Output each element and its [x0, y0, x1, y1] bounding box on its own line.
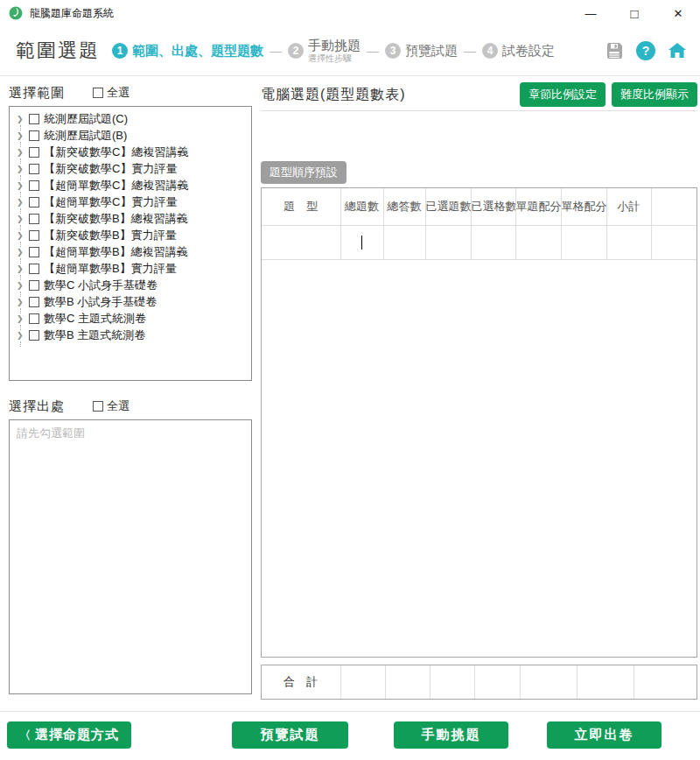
tree-item[interactable]: ❯數學B 小試身手基礎卷	[10, 293, 251, 310]
tree-checkbox[interactable]	[29, 147, 39, 158]
tree-checkbox[interactable]	[29, 313, 39, 324]
chevron-right-icon[interactable]: ❯	[17, 215, 29, 223]
tree-item[interactable]: ❯統測歷屆試題(C)	[10, 110, 251, 127]
stepper: 1 範圍、出處、題型題數 — 2 手動挑題 選擇性步驟 — 3 預覽試題 — 4…	[112, 39, 555, 63]
total-cell	[474, 665, 520, 699]
minimize-button[interactable]: —	[569, 0, 612, 26]
cell-points-per-question[interactable]	[515, 225, 561, 259]
chevron-right-icon[interactable]: ❯	[17, 264, 29, 273]
chevron-right-icon[interactable]: ❯	[17, 198, 29, 207]
close-button[interactable]: ✕	[656, 0, 700, 26]
source-select-all-checkbox[interactable]	[93, 401, 103, 412]
source-select-all[interactable]: 全選	[93, 398, 130, 414]
chevron-right-icon[interactable]: ❯	[17, 148, 29, 157]
cell-selected-questions[interactable]	[425, 225, 471, 259]
preview-questions-button[interactable]: 預覽試題	[232, 721, 348, 749]
chevron-right-icon[interactable]: ❯	[17, 115, 29, 123]
step-dash: —	[367, 44, 379, 58]
col-extra	[651, 188, 696, 225]
chevron-right-icon[interactable]: ❯	[17, 181, 29, 190]
source-panel-header: 選擇出處 全選	[9, 395, 252, 418]
chevron-left-icon: 〈	[19, 728, 32, 743]
tree-checkbox[interactable]	[29, 180, 39, 191]
tree-item[interactable]: ❯數學C 小試身手基礎卷	[10, 277, 251, 293]
step-4-paper-settings[interactable]: 4 試卷設定	[482, 43, 555, 60]
col-total-answers: 總答數	[383, 188, 425, 225]
chevron-right-icon[interactable]: ❯	[17, 248, 29, 257]
cell-question-type[interactable]	[262, 225, 340, 259]
tree-checkbox[interactable]	[29, 214, 39, 224]
step-1-range[interactable]: 1 範圍、出處、題型題數	[112, 43, 263, 60]
cell-total-questions[interactable]	[340, 225, 383, 259]
save-icon[interactable]	[604, 40, 625, 61]
step-2-sublabel: 選擇性步驟	[308, 53, 360, 63]
tree-checkbox[interactable]	[29, 130, 39, 141]
range-select-all[interactable]: 全選	[93, 85, 130, 101]
chevron-right-icon[interactable]: ❯	[17, 331, 29, 340]
source-select-all-label: 全選	[107, 398, 130, 414]
question-type-order-badge[interactable]: 題型順序預設	[261, 161, 346, 184]
home-icon[interactable]	[667, 40, 688, 61]
tree-item[interactable]: ❯【新突破數學B】實力評量	[10, 227, 251, 243]
tree-item[interactable]: ❯【新突破數學B】總複習講義	[10, 210, 251, 227]
step-dash: —	[464, 44, 476, 58]
difficulty-ratio-button[interactable]: 難度比例顯示	[612, 82, 697, 107]
cell-selected-blanks[interactable]	[471, 225, 515, 259]
chevron-right-icon[interactable]: ❯	[17, 131, 29, 140]
chevron-right-icon[interactable]: ❯	[17, 281, 29, 290]
tree-checkbox[interactable]	[29, 230, 39, 241]
manual-pick-button[interactable]: 手動挑題	[394, 721, 508, 749]
total-row: 合 計	[262, 665, 696, 699]
tree-checkbox[interactable]	[29, 114, 39, 124]
step-2-manual-pick[interactable]: 2 手動挑題 選擇性步驟	[288, 39, 360, 63]
tree-checkbox[interactable]	[29, 330, 39, 341]
page-title: 範圍選題	[16, 38, 100, 64]
tree-checkbox[interactable]	[29, 264, 39, 274]
tree-item[interactable]: ❯數學C 主題式統測卷	[10, 310, 251, 327]
chevron-right-icon[interactable]: ❯	[17, 314, 29, 323]
col-selected-blanks: 已選格數	[471, 188, 515, 225]
table-header-row: 題 型 總題數 總答數 已選題數 已選格數 單題配分 單格配分 小計	[262, 188, 696, 225]
cell-extra	[651, 225, 696, 259]
back-to-method-button[interactable]: 〈 選擇命題方式	[7, 721, 131, 749]
source-list-box[interactable]: 請先勾選範圍	[9, 419, 252, 694]
total-cell	[430, 665, 474, 699]
generate-paper-button[interactable]: 立即出卷	[547, 721, 662, 749]
step-3-preview[interactable]: 3 預覽試題	[385, 43, 458, 60]
col-points-per-blank: 單格配分	[561, 188, 606, 225]
range-select-all-checkbox[interactable]	[93, 88, 103, 98]
tree-item[interactable]: ❯【新突破數學C】實力評量	[10, 160, 251, 177]
tree-item[interactable]: ❯【超簡單數學B】總複習講義	[10, 243, 251, 260]
divider	[261, 110, 697, 111]
cell-points-per-blank[interactable]	[561, 225, 606, 259]
step-4-label: 試卷設定	[502, 43, 555, 60]
col-question-type: 題 型	[262, 188, 340, 225]
cell-subtotal[interactable]	[606, 225, 651, 259]
tree-checkbox[interactable]	[29, 280, 39, 291]
chevron-right-icon[interactable]: ❯	[17, 165, 29, 173]
tree-checkbox[interactable]	[29, 297, 39, 307]
tree-item[interactable]: ❯【超簡單數學C】總複習講義	[10, 177, 251, 194]
window-controls: — □ ✕	[569, 0, 700, 26]
cell-total-answers[interactable]	[383, 225, 425, 259]
chapter-ratio-button[interactable]: 章節比例設定	[520, 82, 606, 107]
chevron-right-icon[interactable]: ❯	[17, 298, 29, 306]
left-column: 選擇範圍 全選 ❯統測歷屆試題(C) ❯統測歷屆試題(B) ❯【新突破數學C】總…	[9, 81, 252, 711]
tree-item[interactable]: ❯【超簡單數學B】實力評量	[10, 260, 251, 277]
tree-checkbox[interactable]	[29, 164, 39, 174]
chevron-right-icon[interactable]: ❯	[17, 231, 29, 240]
bottom-bar: 〈 選擇命題方式 預覽試題 手動挑題 立即出卷	[0, 711, 700, 760]
tree-item[interactable]: ❯【新突破數學C】總複習講義	[10, 144, 251, 160]
header-icons: ?	[604, 40, 688, 61]
tree-checkbox[interactable]	[29, 197, 39, 208]
total-cell	[385, 665, 430, 699]
tree-item[interactable]: ❯統測歷屆試題(B)	[10, 127, 251, 144]
total-cell	[520, 665, 577, 699]
tree-item[interactable]: ❯數學B 主題式統測卷	[10, 327, 251, 343]
app-logo-icon	[9, 6, 23, 20]
tree-checkbox[interactable]	[29, 247, 39, 257]
maximize-button[interactable]: □	[612, 0, 656, 26]
tree-item[interactable]: ❯【超簡單數學C】實力評量	[10, 194, 251, 210]
total-cell	[634, 665, 696, 699]
help-icon[interactable]: ?	[636, 41, 655, 60]
